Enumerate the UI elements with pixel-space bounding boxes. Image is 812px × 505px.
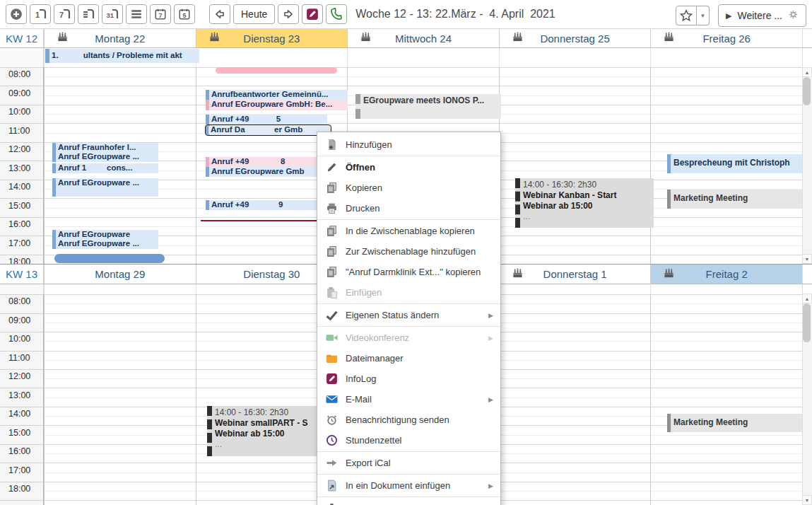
menu-item-eigenen-status-ndern[interactable]: Eigenen Status ändern▶: [317, 305, 500, 325]
calendar-event[interactable]: Anruf +49 8: [206, 157, 333, 167]
calendar-event[interactable]: Anruf 1 cons...: [52, 163, 158, 173]
favorites-dropdown-button[interactable]: ▼: [697, 6, 710, 25]
menu-item-kopieren[interactable]: Kopieren: [317, 178, 500, 198]
weitere-label: Weitere ...: [737, 10, 782, 21]
event-text-line: Anruf +49 5: [211, 115, 326, 124]
week-number[interactable]: KW 12: [0, 29, 44, 47]
day-column[interactable]: [44, 294, 196, 505]
calendar-event[interactable]: Anruf Fraunhofer I...: [52, 143, 158, 152]
calendar-event[interactable]: EGroupware meets IONOS P...: [355, 94, 501, 119]
menu-item-l-schen[interactable]: Löschenentf: [317, 498, 500, 505]
day-header-donnerstag-1[interactable]: Donnerstag 1: [499, 265, 651, 284]
scroll-down-arrow[interactable]: ▼: [802, 495, 812, 505]
planner-view-button[interactable]: [78, 4, 99, 24]
calendar-event[interactable]: Anruf EGroupware: [52, 230, 158, 239]
event-text-line: 14:00 - 16:30: 2h30: [215, 407, 329, 418]
infolog-icon: [326, 373, 338, 385]
header-corner: [802, 29, 812, 47]
calendar-event[interactable]: Besprecheung mit Christoph: [667, 154, 802, 173]
day-header-montag-22[interactable]: Montag 22: [44, 29, 196, 47]
menu-separator: [317, 156, 500, 156]
vertical-scrollbar[interactable]: ▲▼: [802, 67, 812, 264]
menu-item-benachrichtigung-senden[interactable]: Benachrichtigung senden: [317, 410, 500, 430]
day-header-mittwoch-24[interactable]: Mittwoch 24: [347, 29, 499, 47]
menu-item-export-ical[interactable]: Export iCal: [317, 453, 500, 473]
allday-cell[interactable]: [499, 284, 651, 294]
clock-icon: [326, 434, 338, 446]
event-text-line: Anruf 1 cons...: [58, 163, 157, 173]
allday-cell[interactable]: [650, 284, 802, 294]
day-column[interactable]: [499, 294, 651, 505]
scroll-down-arrow[interactable]: ▼: [802, 254, 812, 264]
previous-button[interactable]: [209, 4, 230, 24]
menu-item-dateimanager[interactable]: Dateimanager: [317, 348, 500, 368]
menu-item-hinzuf-gen[interactable]: Hinzufügen: [317, 134, 500, 155]
menu-item-in-die-zwischenablage-kopieren[interactable]: In die Zwischenablage kopieren: [317, 221, 500, 241]
day-header-freitag-2[interactable]: Freitag 2: [650, 265, 802, 284]
calendar-event[interactable]: Anruf EGroupware ...: [52, 239, 158, 249]
vertical-scrollbar[interactable]: ▲▼: [802, 294, 812, 505]
calendar-event[interactable]: Anruf +49 9: [206, 200, 333, 210]
scroll-up-arrow[interactable]: ▲: [802, 294, 812, 303]
time-gutter: 08:0009:0010:0011:0012:0013:0014:0015:00…: [0, 67, 44, 264]
arrow-left-icon: [213, 8, 226, 21]
day-header-label: Donnerstag 1: [543, 268, 607, 280]
menu-item-label: Drucken: [346, 203, 379, 214]
allday-cell[interactable]: [196, 48, 348, 67]
day-column[interactable]: [650, 294, 802, 505]
allday-gutter: [0, 284, 44, 294]
day-header-freitag-26[interactable]: Freitag 26: [650, 29, 802, 47]
mail-icon: [326, 393, 338, 405]
calendar-event[interactable]: Anruf EGroupware Gmb: [206, 167, 333, 177]
calendar-event[interactable]: Anruf Da er Gmb: [205, 124, 331, 136]
day-header-montag-29[interactable]: Montag 29: [44, 265, 196, 284]
week-number[interactable]: KW 13: [0, 265, 44, 284]
time-label: 18:00: [8, 484, 30, 494]
allday-cell[interactable]: [347, 48, 499, 67]
day-header-dienstag-23[interactable]: Dienstag 23: [196, 29, 348, 47]
svg-text:5: 5: [182, 12, 186, 19]
week-header: KW 12Montag 22Dienstag 23Mittwoch 24Donn…: [0, 29, 812, 48]
weitere-button[interactable]: ▶ Weitere ...: [718, 4, 806, 27]
scroll-up-arrow[interactable]: ▲: [802, 67, 812, 77]
time-label: 10:00: [8, 334, 30, 344]
menu-item-anruf-darmklinik-ext-kopieren[interactable]: "Anruf Darmklinik Ext..." kopieren: [317, 262, 500, 282]
add-event-button[interactable]: [6, 4, 27, 24]
menu-item-infolog[interactable]: InfoLog: [317, 368, 500, 389]
favorites-button[interactable]: [676, 6, 697, 25]
calendar-event[interactable]: Marketing Meeting: [667, 190, 802, 209]
day-column[interactable]: [499, 67, 651, 264]
allday-cell[interactable]: [650, 48, 802, 67]
allday-cell[interactable]: [44, 284, 196, 294]
menu-item-stundenzettel[interactable]: Stundenzettel: [317, 430, 500, 451]
scroll-thumb[interactable]: [803, 303, 811, 342]
calendar-event[interactable]: [54, 254, 165, 263]
allday-cell[interactable]: [499, 48, 651, 67]
menu-item-zur-zwischenablage-hinzuf-gen[interactable]: Zur Zwischenablage hinzufügen: [317, 241, 500, 262]
gear-icon: [788, 9, 799, 22]
calendar-event[interactable]: Anruf +49 5: [206, 115, 327, 124]
menu-item-e-mail[interactable]: E-Mail▶: [317, 389, 500, 410]
calendar-event[interactable]: [216, 67, 337, 74]
calendar-event[interactable]: Anruf EGroupware GmbH: Be...: [206, 100, 348, 110]
event-text-line: Anruf Da er Gmb: [211, 125, 329, 134]
list-view-button[interactable]: [126, 4, 147, 24]
calendar-event[interactable]: 14:00 - 16:30: 2h30Webinar smallPART - S…: [207, 406, 332, 456]
menu-item-drucken[interactable]: Drucken: [317, 198, 500, 219]
calendar-event[interactable]: 1. ultants / Probleme mit akt: [45, 49, 199, 63]
day-header-donnerstag-25[interactable]: Donnerstag 25: [499, 29, 651, 47]
calendar-event[interactable]: Anrufbeantworter Gemeinnü...: [206, 90, 348, 100]
calendar-event[interactable]: 14:00 - 16:30: 2h30Webinar Kanban - Star…: [515, 178, 654, 228]
doc-arrow-icon: [326, 480, 338, 492]
menu-item-ffnen[interactable]: Öffnen: [317, 157, 500, 178]
weekview-days-button[interactable]: 7: [150, 4, 171, 24]
scroll-thumb[interactable]: [803, 77, 811, 105]
weekend-view-button[interactable]: 5: [174, 4, 195, 24]
month-view-button[interactable]: 31: [102, 4, 123, 24]
week-view-button[interactable]: 7: [54, 4, 75, 24]
calendar-event[interactable]: Anruf EGroupware ...: [52, 152, 158, 162]
calendar-event[interactable]: Anruf EGroupware ...: [52, 178, 158, 197]
menu-item-in-ein-dokument-einf-gen[interactable]: In ein Dokument einfügen▶: [317, 475, 500, 496]
calendar-event[interactable]: Marketing Meeting: [667, 414, 802, 432]
day-view-button[interactable]: 1: [30, 4, 51, 24]
